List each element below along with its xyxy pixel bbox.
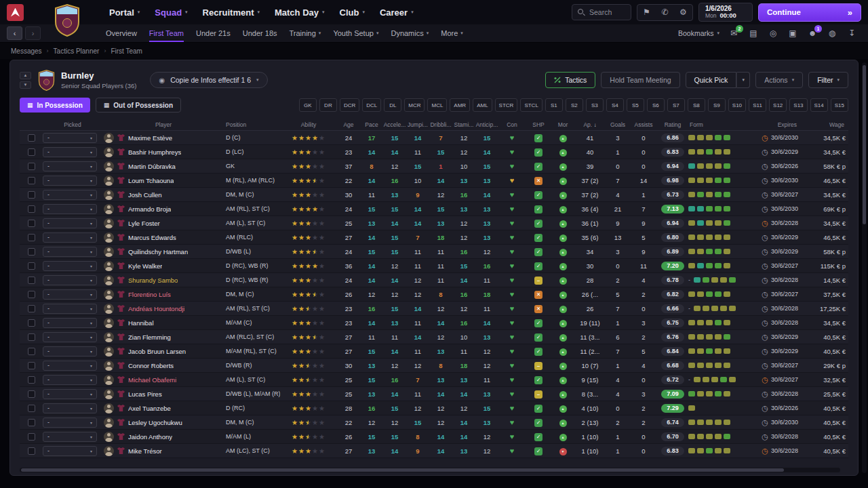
scrollbar-thumb[interactable] (21, 468, 784, 472)
player-name[interactable]: Lesley Ugochukwu (128, 419, 182, 426)
subnav-youth-setup[interactable]: Youth Setup▾ (333, 24, 378, 42)
position-filter-s3[interactable]: S3 (586, 98, 604, 112)
picked-dropdown[interactable]: -▾ (43, 275, 102, 285)
position-filter-s15[interactable]: S15 (831, 98, 848, 112)
player-cell[interactable]: Martin Dúbravka (102, 161, 224, 171)
player-cell[interactable]: Kyle Walker (102, 261, 224, 271)
player-name[interactable]: Quilindschy Hartman (128, 248, 188, 256)
nav-squad[interactable]: Squad▾ (155, 7, 187, 18)
player-name[interactable]: Jaidon Anthony (128, 433, 172, 441)
subnav-first-team[interactable]: First Team (149, 24, 184, 42)
column-header-form[interactable]: Form (688, 121, 745, 128)
player-cell[interactable]: Lesley Ugochukwu (102, 418, 224, 428)
player-name[interactable]: Mike Trésor (128, 447, 162, 455)
tactics-button[interactable]: Tactics (545, 72, 595, 88)
column-header-jumpi-[interactable]: Jumpi... (406, 121, 429, 128)
row-checkbox[interactable] (20, 390, 43, 398)
position-filter-s7[interactable]: S7 (667, 98, 685, 112)
player-row[interactable]: -▾ Hannibal M/AM (C) ★★★★★★★★★★ 23141311… (20, 316, 848, 330)
player-row[interactable]: -▾ Lucas Pires D/WB (L), M/AM (R) ★★★★★★… (20, 387, 848, 401)
position-filter-s14[interactable]: S14 (810, 98, 828, 112)
quick-pick-button[interactable]: Quick Pick (686, 72, 737, 88)
player-row[interactable]: -▾ Connor Roberts D/WB (R) ★★★★★★★★★★ 30… (20, 359, 848, 373)
player-cell[interactable]: Jaidon Anthony (102, 432, 224, 442)
breadcrumb-first-team[interactable]: First Team (111, 47, 142, 55)
downloads-icon[interactable]: ↧ (846, 29, 857, 37)
row-checkbox[interactable] (20, 333, 43, 341)
continue-button[interactable]: Continue » (758, 3, 861, 22)
player-cell[interactable]: Connor Roberts (102, 361, 224, 371)
player-name[interactable]: Shurandy Sambo (128, 277, 178, 284)
player-name[interactable]: Martin Dúbravka (128, 163, 176, 170)
player-name[interactable]: Marcus Edwards (128, 234, 176, 241)
player-cell[interactable]: Jacob Bruun Larsen (102, 346, 224, 357)
player-name[interactable]: Connor Roberts (128, 362, 174, 369)
position-filter-stcr[interactable]: STCR (495, 98, 518, 112)
player-cell[interactable]: Andréas Hountondji (102, 304, 224, 314)
player-name[interactable]: Zian Flemming (128, 333, 171, 341)
search-input[interactable]: Search (572, 4, 631, 20)
column-header-anticip-[interactable]: Anticip... (475, 121, 498, 128)
picked-dropdown[interactable]: -▾ (43, 318, 102, 328)
position-filter-s10[interactable]: S10 (728, 98, 746, 112)
position-filter-stcl[interactable]: STCL (520, 98, 542, 112)
picked-dropdown[interactable]: -▾ (43, 218, 102, 228)
bookmarks-dropdown[interactable]: Bookmarks ▾ (678, 29, 719, 37)
player-name[interactable]: Lucas Pires (128, 390, 162, 398)
position-filter-s1[interactable]: S1 (545, 98, 563, 112)
player-row[interactable]: -▾ Michael Obafemi AM (L), ST (C) ★★★★★★… (20, 373, 848, 387)
position-filter-aml[interactable]: AML (473, 98, 492, 112)
vertical-scrollbar[interactable] (862, 62, 867, 473)
player-row[interactable]: -▾ Josh Cullen DM, M (C) ★★★★★★★★★★ 3011… (20, 188, 848, 202)
row-checkbox[interactable] (20, 162, 43, 170)
player-row[interactable]: -▾ Mike Trésor AM (LC), ST (C) ★★★★★★★★★… (20, 444, 848, 458)
subnav-under-18s[interactable]: Under 18s (243, 24, 277, 42)
player-row[interactable]: -▾ Marcus Edwards AM (RLC) ★★★★★★★★★★ 27… (20, 230, 848, 245)
player-cell[interactable]: Marcus Edwards (102, 232, 224, 243)
player-cell[interactable]: Axel Tuanzebe (102, 403, 224, 413)
row-checkbox[interactable] (20, 134, 43, 142)
player-row[interactable]: -▾ Martin Dúbravka GK ★★★★★★★★★★ 3781215… (20, 159, 848, 174)
picked-dropdown[interactable]: -▾ (43, 361, 102, 371)
row-checkbox[interactable] (20, 233, 43, 241)
nav-match-day[interactable]: Match Day▾ (275, 7, 325, 18)
position-filter-s13[interactable]: S13 (789, 98, 807, 112)
social-icon[interactable]: ▤ (748, 29, 759, 37)
player-cell[interactable]: Michael Obafemi (102, 375, 224, 385)
picked-dropdown[interactable]: -▾ (43, 346, 102, 357)
player-row[interactable]: -▾ Axel Tuanzebe D (RC) ★★★★★★★★★★ 28161… (20, 401, 848, 415)
player-cell[interactable]: Mike Trésor (102, 446, 224, 456)
position-filter-dl[interactable]: DL (384, 98, 401, 112)
player-name[interactable]: Armando Broja (128, 205, 171, 213)
tab-in-possession[interactable]: ▦In Possession (20, 98, 90, 113)
picked-dropdown[interactable]: -▾ (43, 304, 102, 314)
player-name[interactable]: Axel Tuanzebe (128, 405, 171, 412)
phone-icon[interactable]: ✆ (656, 8, 674, 16)
position-filter-mcr[interactable]: MCR (404, 98, 425, 112)
position-filter-s12[interactable]: S12 (769, 98, 787, 112)
settings-gear-icon[interactable]: ⚙ (674, 8, 692, 16)
column-header-rating[interactable]: Rating (657, 121, 688, 128)
picked-dropdown[interactable]: -▾ (43, 161, 102, 171)
picked-dropdown[interactable]: -▾ (43, 432, 102, 442)
bookmark-icon[interactable]: ⚑ (637, 8, 656, 16)
column-header-player[interactable]: Player (102, 121, 224, 128)
player-row[interactable]: -▾ Maxime Estève D (C) ★★★★★★★★★★ 241715… (20, 131, 848, 145)
column-header-goals[interactable]: Goals (606, 121, 630, 128)
picked-dropdown[interactable]: -▾ (43, 190, 102, 200)
picked-dropdown[interactable]: -▾ (43, 289, 102, 300)
scrollbar-thumb[interactable] (863, 65, 866, 224)
position-filter-s11[interactable]: S11 (749, 98, 766, 112)
row-checkbox[interactable] (20, 375, 43, 384)
player-row[interactable]: -▾ Quilindschy Hartman D/WB (L) ★★★★★★★★… (20, 245, 848, 259)
column-header-position[interactable]: Position (224, 121, 280, 128)
player-cell[interactable]: Bashir Humphreys (102, 147, 224, 157)
position-filter-gk[interactable]: GK (299, 98, 317, 112)
row-checkbox[interactable] (20, 176, 43, 184)
quick-pick-dropdown[interactable]: ▾ (736, 72, 750, 88)
row-checkbox[interactable] (20, 205, 43, 213)
next-squad-button[interactable]: ▼ (20, 81, 31, 89)
row-checkbox[interactable] (20, 190, 43, 199)
row-checkbox[interactable] (20, 148, 43, 156)
player-name[interactable]: Kyle Walker (128, 262, 162, 270)
